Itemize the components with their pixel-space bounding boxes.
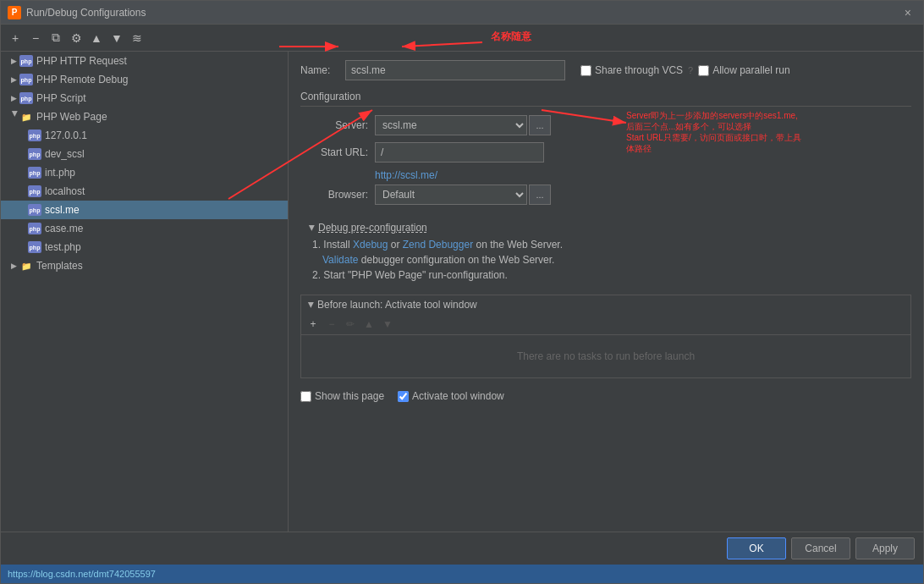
debug-step-1: 1. Install Xdebug or Zend Debugger on th… (309, 239, 911, 251)
launch-down-button[interactable]: ▼ (379, 316, 396, 333)
debug-collapse-arrow: ▶ (308, 225, 316, 231)
start-url-input[interactable] (375, 142, 544, 163)
browser-label: Browser: (300, 189, 368, 201)
tree-item-php-http-request[interactable]: ▶ php PHP HTTP Request (1, 52, 288, 70)
tree-item-label: 127.0.0.1 (45, 129, 87, 141)
expand-arrow: ▶ (8, 111, 19, 123)
dialog-title: Run/Debug Configurations (26, 7, 899, 19)
activate-tool-label[interactable]: Activate tool window (398, 390, 504, 402)
collapse-arrow: ▶ (8, 74, 19, 85)
ok-button[interactable]: OK (727, 537, 786, 559)
apply-button[interactable]: Apply (855, 537, 915, 559)
vcs-help-icon: ? (688, 65, 693, 75)
url-link[interactable]: http://scsl.me/ (375, 169, 911, 181)
launch-remove-button[interactable]: − (323, 316, 340, 333)
tree-item-127-0-0-1[interactable]: php 127.0.0.1 (1, 126, 288, 145)
right-panel: Name: Share through VCS ? Allow parallel… (289, 52, 923, 532)
app-icon: P (8, 6, 21, 19)
show-page-checkbox[interactable] (300, 391, 311, 402)
php-icon: php (28, 166, 41, 179)
tree-item-label: localhost (45, 185, 85, 197)
xdebug-link[interactable]: Xdebug (353, 239, 388, 251)
bottom-bar: OK Cancel Apply (1, 532, 923, 565)
allow-parallel-checkbox[interactable] (698, 65, 709, 76)
name-input[interactable] (345, 60, 565, 80)
tree-item-label: PHP Remote Debug (36, 74, 129, 85)
php-icon: php (28, 129, 41, 142)
tree-item-test-php[interactable]: php test.php (1, 238, 288, 256)
server-select[interactable]: scsl.me (375, 115, 527, 135)
server-ellipsis-button[interactable]: ... (529, 115, 551, 135)
php-icon: php (28, 147, 41, 161)
php-script-icon: php (19, 91, 33, 105)
server-combo: scsl.me ... (375, 115, 551, 135)
tree-item-case-me[interactable]: php case.me (1, 219, 288, 238)
php-icon: php (28, 222, 41, 235)
server-row: Server: scsl.me ... (300, 115, 911, 135)
before-launch-header[interactable]: ▶ Before launch: Activate tool window (301, 295, 910, 314)
sort-button[interactable]: ≋ (128, 29, 146, 47)
main-toolbar: + − ⧉ ⚙ ▲ ▼ ≋ (1, 25, 923, 52)
cancel-button[interactable]: Cancel (791, 537, 850, 559)
tree-item-php-web-page[interactable]: ▶ 📁 PHP Web Page (1, 107, 288, 126)
debug-section-label: Debug pre-configuration (318, 222, 427, 234)
folder-icon: 📁 (19, 110, 33, 124)
launch-up-button[interactable]: ▲ (360, 316, 377, 333)
settings-button[interactable]: ⚙ (67, 29, 85, 47)
browser-ellipsis-button[interactable]: ... (529, 185, 551, 205)
tree-item-label: dev_scsl (45, 148, 85, 160)
debug-pre-header[interactable]: ▶ Debug pre-configuration (309, 222, 911, 234)
config-section-label: Configuration (300, 91, 911, 107)
tree-item-label: PHP Web Page (36, 111, 107, 123)
tree-item-label: PHP Script (36, 92, 85, 104)
close-button[interactable]: × (899, 4, 916, 21)
start-url-row: Start URL: (300, 142, 911, 163)
tree-item-dev-scsl[interactable]: php dev_scsl (1, 145, 288, 163)
share-vcs-label[interactable]: Share through VCS (580, 64, 683, 76)
php-icon: php (28, 185, 41, 198)
tree-item-php-script[interactable]: ▶ php PHP Script (1, 89, 288, 107)
remove-config-button[interactable]: − (26, 29, 45, 47)
php-remote-icon: php (19, 73, 33, 86)
tree-item-localhost[interactable]: php localhost (1, 182, 288, 201)
add-config-button[interactable]: + (6, 29, 25, 47)
collapse-arrow: ▶ (8, 55, 19, 67)
before-launch-arrow: ▶ (307, 302, 316, 308)
name-row: Name: Share through VCS ? Allow parallel… (300, 60, 911, 80)
before-launch-section: ▶ Before launch: Activate tool window + … (300, 295, 911, 378)
share-vcs-checkbox[interactable] (580, 65, 591, 76)
tree-item-int-php[interactable]: php int.php (1, 163, 288, 182)
move-up-button[interactable]: ▲ (87, 29, 106, 47)
left-panel: ▶ php PHP HTTP Request ▶ php PHP Remote … (1, 52, 289, 532)
show-page-label[interactable]: Show this page (300, 390, 384, 402)
name-field-label: Name: (300, 64, 338, 76)
tree-item-scsl-me[interactable]: php scsl.me (1, 201, 288, 219)
vcs-options: Share through VCS ? Allow parallel run (580, 64, 790, 76)
run-debug-dialog: P Run/Debug Configurations × + − ⧉ ⚙ ▲ ▼… (0, 0, 924, 584)
tree-item-label: PHP HTTP Request (36, 55, 127, 67)
collapse-arrow: ▶ (8, 92, 19, 104)
tree-item-templates[interactable]: ▶ 📁 Templates (1, 256, 288, 275)
browser-select[interactable]: Default (375, 185, 527, 205)
move-down-button[interactable]: ▼ (107, 29, 126, 47)
tree-item-label: Templates (36, 260, 83, 272)
php-http-icon: php (19, 54, 33, 68)
copy-config-button[interactable]: ⧉ (47, 29, 65, 47)
zend-debugger-link[interactable]: Zend Debugger (403, 239, 473, 251)
templates-folder-icon: 📁 (19, 259, 33, 273)
php-icon: php (28, 240, 41, 254)
activate-tool-checkbox[interactable] (398, 391, 409, 402)
launch-add-button[interactable]: + (305, 316, 322, 333)
configuration-section: Configuration Server: scsl.me ... Start … (300, 91, 911, 212)
collapse-arrow: ▶ (8, 260, 19, 272)
tree-item-php-remote-debug[interactable]: ▶ php PHP Remote Debug (1, 70, 288, 89)
browser-combo: Default ... (375, 185, 551, 205)
debug-step-2: 2. Start "PHP Web Page" run-configuratio… (309, 269, 911, 281)
validate-link[interactable]: Validate (322, 254, 358, 266)
tree-item-label: scsl.me (45, 204, 80, 216)
status-bar: https://blog.csdn.net/dmt742055597 (1, 565, 923, 583)
status-url[interactable]: https://blog.csdn.net/dmt742055597 (8, 569, 156, 579)
allow-parallel-label[interactable]: Allow parallel run (698, 64, 789, 76)
launch-edit-button[interactable]: ✏ (342, 316, 359, 333)
debug-validate: Validate debugger configuration on the W… (319, 254, 911, 266)
